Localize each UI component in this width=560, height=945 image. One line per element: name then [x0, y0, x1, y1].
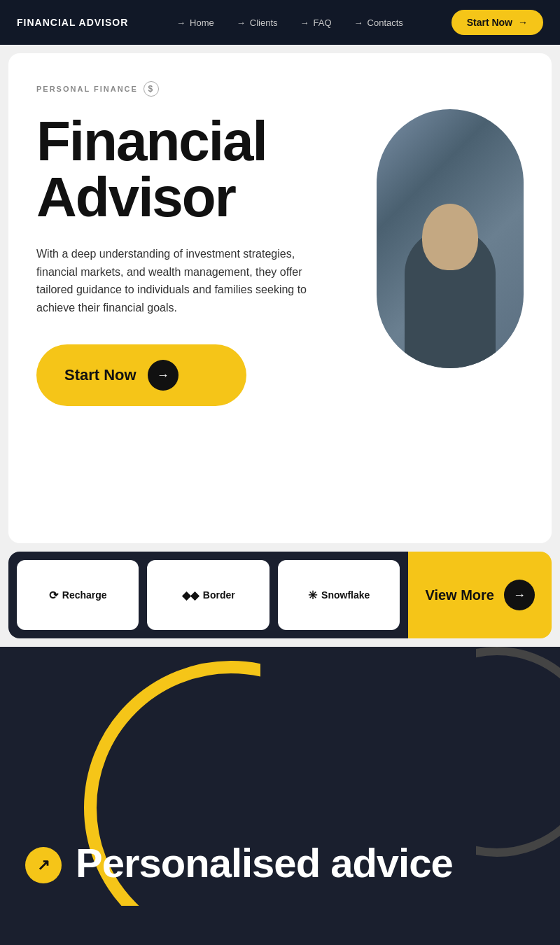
hero-tag: PERSONAL FINANCE $ [36, 81, 524, 97]
hero-card: PERSONAL FINANCE $ Financial Advisor Wit… [8, 53, 552, 543]
recharge-icon: ⟳ [49, 589, 58, 602]
nav-links: Home Clients FAQ Contacts [176, 18, 403, 28]
hero-start-button[interactable]: Start Now → [36, 344, 246, 406]
nav-item-contacts[interactable]: Contacts [354, 18, 403, 28]
hero-title: Financial Advisor [36, 113, 309, 225]
dark-bottom: ↗ Personalised advice [8, 647, 552, 904]
view-more-label: View More [425, 587, 494, 603]
nav-link-clients[interactable]: Clients [237, 18, 278, 28]
clients-inner: ⟳ Recharge ◆◆ Border ✳ Snowflake View Mo… [8, 552, 552, 638]
recharge-logo: ⟳ Recharge [49, 589, 107, 602]
advisor-portrait [377, 109, 524, 368]
hero-tag-label: PERSONAL FINANCE [36, 85, 138, 93]
clients-logos: ⟳ Recharge ◆◆ Border ✳ Snowflake [8, 552, 408, 638]
logo: FINANCIAL ADVISOR [17, 17, 128, 28]
dark-section: ↗ Personalised advice [0, 647, 560, 906]
arrow-circle-icon[interactable]: ↗ [25, 847, 62, 883]
hero-description: With a deep understanding of investment … [36, 245, 309, 316]
hero-wrapper: PERSONAL FINANCE $ Financial Advisor Wit… [0, 45, 560, 552]
border-logo: ◆◆ Border [182, 589, 235, 602]
hero-start-label: Start Now [64, 366, 136, 384]
personalised-title: Personalised advice [76, 843, 453, 883]
nav-link-faq[interactable]: FAQ [300, 18, 332, 28]
snowflake-logo: ✳ Snowflake [308, 589, 370, 602]
dollar-icon: $ [144, 81, 159, 97]
nav-start-button[interactable]: Start Now → [451, 10, 543, 35]
recharge-logo-card: ⟳ Recharge [17, 560, 139, 630]
nav-link-home[interactable]: Home [176, 18, 214, 28]
hero-portrait-area [377, 109, 524, 368]
snowflake-logo-card: ✳ Snowflake [278, 560, 400, 630]
hero-arrow-icon: → [148, 360, 178, 391]
border-icon: ◆◆ [182, 589, 199, 602]
border-logo-card: ◆◆ Border [147, 560, 269, 630]
nav-link-contacts[interactable]: Contacts [354, 18, 403, 28]
hero-content: Financial Advisor With a deep understand… [36, 113, 524, 406]
hero-left: Financial Advisor With a deep understand… [36, 113, 309, 406]
navbar: FINANCIAL ADVISOR Home Clients FAQ Conta… [0, 0, 560, 45]
nav-arrow-icon: → [518, 17, 528, 28]
nav-item-faq[interactable]: FAQ [300, 18, 332, 28]
nav-item-home[interactable]: Home [176, 18, 214, 28]
view-more-arrow-icon: → [504, 580, 535, 610]
nav-item-clients[interactable]: Clients [237, 18, 278, 28]
clients-strip: ⟳ Recharge ◆◆ Border ✳ Snowflake View Mo… [0, 552, 560, 647]
nav-start-label: Start Now [467, 17, 512, 28]
view-more-button[interactable]: View More → [408, 552, 552, 638]
snowflake-icon: ✳ [308, 589, 317, 602]
